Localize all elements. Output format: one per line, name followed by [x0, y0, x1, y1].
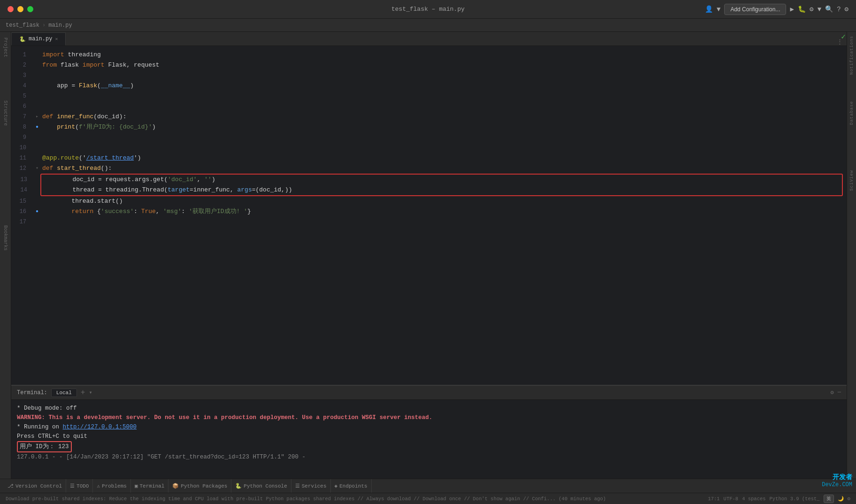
- indent-label[interactable]: 4 spaces: [742, 496, 765, 502]
- sciview-panel[interactable]: SciView: [848, 166, 855, 195]
- help-icon[interactable]: ?: [837, 6, 841, 13]
- run-options-icon[interactable]: ⚙ ▼: [810, 5, 821, 13]
- terminal-dropdown-icon[interactable]: ▾: [89, 389, 92, 396]
- maximize-button[interactable]: [27, 6, 33, 12]
- line-num-4: 4: [11, 81, 34, 91]
- python-console-label: Python Console: [244, 483, 287, 489]
- cursor-position[interactable]: 17:1: [708, 496, 719, 502]
- line-content-10: [40, 143, 847, 153]
- watermark: 开发者 DevZe.COM: [818, 471, 856, 490]
- line-num-7: 7: [11, 112, 34, 122]
- settings-gear-icon[interactable]: ⚙: [848, 496, 850, 502]
- line-content-12: def start_thread():: [40, 163, 847, 174]
- code-line-12: 12 ▾ def start_thread():: [11, 163, 847, 174]
- tab-main-py[interactable]: 🐍 main.py ✕: [11, 32, 66, 46]
- endpoints-button[interactable]: ◈ Endpoints: [331, 479, 372, 493]
- line-content-7: def inner_func(doc_id):: [40, 112, 847, 122]
- line-num-8: 8: [11, 122, 34, 132]
- database-panel[interactable]: Database: [848, 97, 855, 129]
- line-num-11: 11: [11, 153, 34, 163]
- code-line-8: 8 ● print(f'用户ID为: {doc_id}'): [11, 122, 847, 132]
- services-button[interactable]: ☰ Services: [291, 479, 331, 493]
- line-content-9: [40, 132, 847, 143]
- tab-label: main.py: [29, 36, 52, 42]
- line-num-9: 9: [11, 132, 34, 143]
- python-packages-button[interactable]: 📦 Python Packages: [168, 479, 231, 493]
- line-num-6: 6: [11, 101, 34, 112]
- line-content-1: import threading: [40, 50, 847, 60]
- terminal-label: Terminal: [140, 483, 165, 489]
- night-mode-icon[interactable]: 🌙: [838, 496, 844, 502]
- close-button[interactable]: [8, 6, 14, 12]
- profile-icon[interactable]: 👤 ▼: [705, 5, 721, 13]
- window-controls[interactable]: [8, 6, 33, 12]
- encoding-label[interactable]: UTF-8: [724, 496, 739, 502]
- line-num-10: 10: [11, 143, 34, 153]
- terminal-button[interactable]: ▣ Terminal: [131, 479, 168, 493]
- watermark-line1: 开发者: [822, 473, 852, 481]
- code-line-15: 15 thread.start(): [11, 196, 847, 206]
- terminal-close-icon[interactable]: —: [838, 389, 841, 396]
- line-content-13: doc_id = request.args.get('doc_id', ''): [41, 175, 842, 185]
- tab-close-icon[interactable]: ✕: [55, 36, 58, 42]
- terminal-settings-icon[interactable]: ⚙: [831, 389, 834, 396]
- terminal-line-2: WARNING: This is a development server. D…: [17, 413, 841, 422]
- terminal-header: Terminal: Local + ▾ ⚙ —: [11, 386, 847, 400]
- problems-button[interactable]: ⚠ Problems: [93, 479, 130, 493]
- terminal-line-6: 127.0.0.1 - - [14/Jan/2023 20:17:12] "GE…: [17, 452, 841, 462]
- tab-bar: 🐍 main.py ✕ ⋮: [11, 32, 847, 46]
- info-bar-right: 17:1 UTF-8 4 spaces Python 3.9 (test_ 英 …: [708, 495, 850, 503]
- sidebar-item-project[interactable]: Project: [2, 36, 9, 59]
- endpoints-icon: ◈: [335, 483, 338, 489]
- status-bar: ⎇ Version Control ☰ TODO ⚠ Problems ▣ Te…: [0, 479, 856, 493]
- services-icon: ☰: [295, 483, 300, 489]
- left-sidebar: Project Structure Bookmarks: [0, 32, 11, 479]
- line-content-16: return {'success': True, 'msg': '获取用户ID成…: [40, 206, 847, 217]
- line-content-2: from flask import Flask, request: [40, 60, 847, 70]
- sidebar-item-structure[interactable]: Structure: [2, 99, 9, 128]
- terminal-tab-local[interactable]: Local: [51, 389, 77, 397]
- problems-label: Problems: [102, 483, 127, 489]
- line-content-17: [40, 217, 847, 227]
- python-console-icon: 🐍: [235, 483, 242, 489]
- terminal-add-icon[interactable]: +: [81, 389, 85, 397]
- line-content-6: [40, 101, 847, 112]
- user-id-highlight: 用户 ID为： 123: [17, 441, 72, 452]
- info-bar-message: Download pre-built shared indexes: Reduc…: [6, 496, 708, 502]
- python-file-icon: 🐍: [19, 36, 26, 42]
- line-num-16: 16: [11, 206, 34, 217]
- line-content-8: print(f'用户ID为: {doc_id}'): [40, 122, 847, 132]
- run-icon[interactable]: ▶: [790, 5, 794, 13]
- titlebar-right: 👤 ▼ Add Configuration... ▶ 🐛 ⚙ ▼ 🔍 ? ⚙: [705, 4, 848, 15]
- settings-icon[interactable]: ⚙: [845, 5, 848, 13]
- info-bar: Download pre-built shared indexes: Reduc…: [0, 493, 856, 504]
- terminal-icons: ⚙ —: [831, 389, 841, 396]
- python-packages-icon: 📦: [172, 483, 179, 489]
- server-url-link[interactable]: http://127.0.0.1:5000: [63, 424, 137, 430]
- locale-badge[interactable]: 英: [824, 495, 834, 503]
- terminal-title-label: Terminal:: [17, 389, 47, 396]
- code-line-17: 17: [11, 217, 847, 227]
- add-configuration-button[interactable]: Add Configuration...: [724, 4, 786, 15]
- line-content-5: [40, 91, 847, 101]
- python-version-label[interactable]: Python 3.9 (test_: [770, 496, 820, 502]
- code-line-9: 9: [11, 132, 847, 143]
- terminal-area: Terminal: Local + ▾ ⚙ — * Debug mode: of…: [11, 385, 847, 479]
- sidebar-item-bookmarks[interactable]: Bookmarks: [2, 223, 9, 252]
- line-content-4: app = Flask(__name__): [40, 81, 847, 91]
- minimize-button[interactable]: [17, 6, 23, 12]
- debug-icon[interactable]: 🐛: [798, 5, 806, 13]
- search-icon[interactable]: 🔍: [825, 5, 833, 13]
- line-num-13: 13: [12, 175, 35, 185]
- todo-button[interactable]: ☰ TODO: [66, 479, 93, 493]
- endpoints-label: Endpoints: [339, 483, 367, 489]
- notifications-panel[interactable]: Notifications: [848, 32, 855, 78]
- terminal-icon: ▣: [135, 483, 138, 489]
- terminal-line-1: * Debug mode: off: [17, 404, 841, 413]
- project-breadcrumb[interactable]: test_flask: [6, 22, 39, 29]
- code-line-16: 16 ● return {'success': True, 'msg': '获取…: [11, 206, 847, 217]
- python-console-button[interactable]: 🐍 Python Console: [231, 479, 291, 493]
- file-breadcrumb[interactable]: main.py: [48, 22, 72, 29]
- code-line-11: 11 @app.route('/start_thread'): [11, 153, 847, 163]
- version-control-button[interactable]: ⎇ Version Control: [4, 479, 66, 493]
